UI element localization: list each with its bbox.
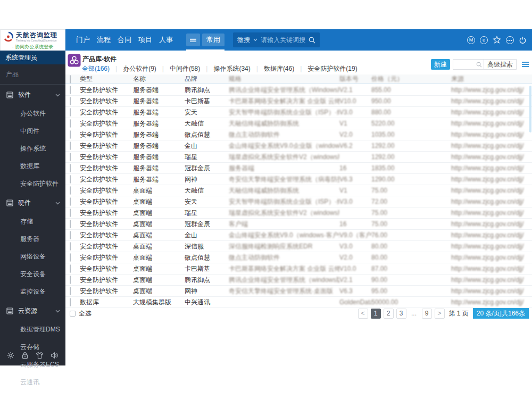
nav-item[interactable]: 项目 bbox=[137, 35, 154, 45]
row-checkbox[interactable] bbox=[70, 186, 71, 195]
search-scope-label[interactable]: 微搜 bbox=[237, 36, 250, 45]
row-checkbox[interactable] bbox=[70, 264, 71, 273]
search-icon[interactable] bbox=[309, 37, 315, 44]
row-checkbox[interactable] bbox=[70, 175, 71, 184]
nav-item[interactable]: 门户 bbox=[74, 35, 92, 45]
column-header-type[interactable]: 类型 bbox=[80, 74, 133, 84]
row-checkbox[interactable] bbox=[70, 197, 71, 206]
table-row[interactable]: 安全防护软件 服务器端 天融信 天融信终端威胁防御系统 V1 5220.00 h… bbox=[65, 118, 532, 129]
select-all-checkbox[interactable] bbox=[70, 311, 76, 317]
column-header-name[interactable]: 名称 bbox=[133, 74, 185, 84]
tab-database[interactable]: 数据库(46) bbox=[251, 64, 294, 73]
row-checkbox[interactable] bbox=[70, 209, 71, 217]
sidebar-item[interactable]: 安全防护软件 bbox=[0, 175, 65, 193]
sidebar-item[interactable]: 服务器 bbox=[0, 230, 65, 248]
row-checkbox[interactable] bbox=[70, 287, 71, 295]
column-header-brand[interactable]: 品牌 bbox=[185, 74, 229, 84]
row-checkbox[interactable] bbox=[70, 220, 71, 228]
table-row[interactable]: 安全防护软件 桌面端 深信服 深信服终端检测响应系统EDR V3.0 80.00… bbox=[65, 241, 532, 252]
row-checkbox[interactable] bbox=[70, 153, 71, 161]
sidebar-item[interactable]: 监控设备 bbox=[0, 283, 65, 301]
nav-item[interactable]: 合同 bbox=[116, 35, 133, 45]
table-row[interactable]: 安全防护软件 桌面端 微点佰慧 微点主动防御软件 V2.0 80.00 http… bbox=[65, 252, 532, 263]
row-checkbox[interactable] bbox=[70, 164, 71, 172]
column-header-source[interactable]: 来源 bbox=[451, 74, 532, 84]
tab-office-software[interactable]: 办公软件(9) bbox=[110, 64, 156, 73]
sidebar-item[interactable]: 操作系统 bbox=[0, 140, 65, 157]
table-row[interactable]: 数据库 大规模集群版 中兴通讯 GoldenData v... 50000.00… bbox=[65, 297, 532, 308]
nav-item[interactable]: 人事 bbox=[157, 35, 174, 45]
table-row[interactable]: 安全防护软件 服务器端 微点佰慧 微点主动防御软件 V2.0 1035.00 h… bbox=[65, 129, 532, 140]
sidebar-item[interactable]: 云通讯 bbox=[0, 373, 65, 391]
sidebar-group-hardware[interactable]: 硬件 bbox=[0, 193, 65, 213]
tab-operating-system[interactable]: 操作系统(34) bbox=[200, 64, 250, 73]
row-checkbox[interactable] bbox=[70, 86, 71, 94]
table-row[interactable]: 安全防护软件 服务器端 卡巴斯基 卡巴斯基网络安全解决方案 企业版 云终端基础防… bbox=[65, 96, 532, 107]
table-row[interactable]: 安全防护软件 服务器端 网神 奇安信天擎终端安全管理系统（病毒防护） V6.3 … bbox=[65, 174, 532, 185]
row-checkbox[interactable] bbox=[70, 119, 71, 128]
page-button-9[interactable]: 9 bbox=[422, 309, 432, 319]
theme-shirt-icon[interactable] bbox=[35, 351, 44, 360]
page-button-3[interactable]: 3 bbox=[396, 309, 406, 319]
sidebar-group-software[interactable]: 软件 bbox=[0, 85, 65, 105]
page-button-2[interactable]: 2 bbox=[384, 309, 394, 319]
page-button-1[interactable]: 1 bbox=[371, 309, 381, 319]
table-row[interactable]: 安全防护软件 桌面端 冠群金辰 客户端 16 75.00 http://www.… bbox=[65, 219, 532, 230]
star-icon[interactable] bbox=[493, 36, 501, 44]
table-row[interactable]: 安全防护软件 桌面端 网神 奇安信天擎终端安全管理系统·桌面版 V6.3 95.… bbox=[65, 286, 532, 297]
power-icon[interactable] bbox=[519, 36, 527, 44]
nav-item-favorites[interactable]: 常用 bbox=[202, 34, 225, 46]
table-row[interactable]: 安全防护软件 桌面端 卡巴斯基 卡巴斯基网络安全解决方案 企业版 云终端基础防护… bbox=[65, 263, 532, 275]
table-search-input[interactable] bbox=[453, 59, 484, 70]
row-checkbox[interactable] bbox=[70, 142, 71, 150]
row-checkbox[interactable] bbox=[70, 130, 71, 139]
sidebar-item[interactable]: 存储 bbox=[0, 213, 65, 230]
table-row[interactable]: 安全防护软件 服务器端 冠群金辰 服务器端 16 1835.00 http://… bbox=[65, 163, 532, 174]
new-button[interactable]: 新建 bbox=[431, 59, 450, 70]
row-checkbox[interactable] bbox=[70, 108, 71, 117]
table-row[interactable]: 安全防护软件 服务器端 金山 金山终端安全系统V9.0企业版（windows服务… bbox=[65, 140, 532, 152]
search-input[interactable]: 请输入关键词搜 bbox=[261, 36, 305, 45]
tab-all[interactable]: 全部(166) bbox=[82, 64, 110, 73]
sidebar-group-cloud[interactable]: 云资源 bbox=[0, 301, 65, 321]
table-scrollbar[interactable] bbox=[529, 86, 531, 132]
more-circle-icon[interactable]: ••• bbox=[506, 36, 514, 44]
row-checkbox[interactable] bbox=[70, 242, 71, 251]
sidebar-item[interactable]: 办公软件 bbox=[0, 105, 65, 122]
table-row[interactable]: 安全防护软件 桌面端 天融信 天融信终端威胁防御系统 V1 75.00 http… bbox=[65, 185, 532, 196]
column-header-spec[interactable]: 规格 bbox=[229, 74, 339, 84]
row-checkbox[interactable] bbox=[70, 298, 71, 306]
column-header-version[interactable]: 版本号 bbox=[339, 74, 371, 84]
hamburger-menu-icon[interactable] bbox=[186, 34, 200, 46]
next-page-button[interactable]: > bbox=[435, 309, 445, 319]
row-checkbox[interactable] bbox=[70, 97, 71, 105]
sidebar-item[interactable]: 中间件 bbox=[0, 122, 65, 140]
prev-page-button[interactable]: < bbox=[358, 309, 368, 319]
table-row[interactable]: 安全防护软件 桌面端 安天 安天智甲终端防御系统企业版（ISP）·终端防护版本 … bbox=[65, 196, 532, 207]
sidebar-item[interactable]: 数据库 bbox=[0, 157, 65, 175]
header-checkbox[interactable] bbox=[70, 75, 71, 84]
advanced-search-button[interactable]: 高级搜索 bbox=[484, 59, 517, 70]
tab-security-software[interactable]: 安全防护软件(19) bbox=[294, 64, 357, 73]
row-checkbox[interactable] bbox=[70, 231, 71, 239]
global-search[interactable]: 微搜 请输入关键词搜 bbox=[233, 32, 320, 47]
table-row[interactable]: 安全防护软件 服务器端 安天 安天智甲终端防御系统企业版（ISP）·终端防护版本… bbox=[65, 107, 532, 118]
table-row[interactable]: 安全防护软件 桌面端 腾讯御点 腾讯企业终端安全管理系统（windows版）·V… bbox=[65, 275, 532, 286]
tab-middleware[interactable]: 中间件(58) bbox=[156, 64, 200, 73]
oa-login-link[interactable]: · 协同办公系统登录 bbox=[3, 44, 62, 51]
row-checkbox[interactable] bbox=[70, 276, 71, 284]
m-circle-icon[interactable]: M bbox=[467, 36, 475, 44]
sidebar-item[interactable]: 数据管理DMS bbox=[0, 321, 65, 338]
list-view-icon[interactable] bbox=[522, 62, 529, 67]
column-header-price[interactable]: 价格（元） bbox=[371, 74, 451, 84]
settings-gear-icon[interactable] bbox=[6, 351, 15, 360]
sound-speaker-icon[interactable] bbox=[50, 351, 59, 360]
table-row[interactable]: 安全防护软件 服务器端 瑞星 瑞星虚拟化系统安全软件V2（windows版·服务… bbox=[65, 152, 532, 163]
table-row[interactable]: 安全防护软件 桌面端 瑞星 瑞星虚拟化系统安全软件V2（windows版·桌面版… bbox=[65, 207, 532, 219]
row-checkbox[interactable] bbox=[70, 253, 71, 262]
sidebar-item[interactable]: 网络设备 bbox=[0, 248, 65, 265]
page-size-badge[interactable]: 20 条/页|共166条 bbox=[473, 308, 529, 319]
sidebar-item[interactable]: 安全设备 bbox=[0, 265, 65, 283]
nav-item[interactable]: 流程 bbox=[95, 35, 112, 45]
lock-icon[interactable] bbox=[21, 351, 29, 360]
